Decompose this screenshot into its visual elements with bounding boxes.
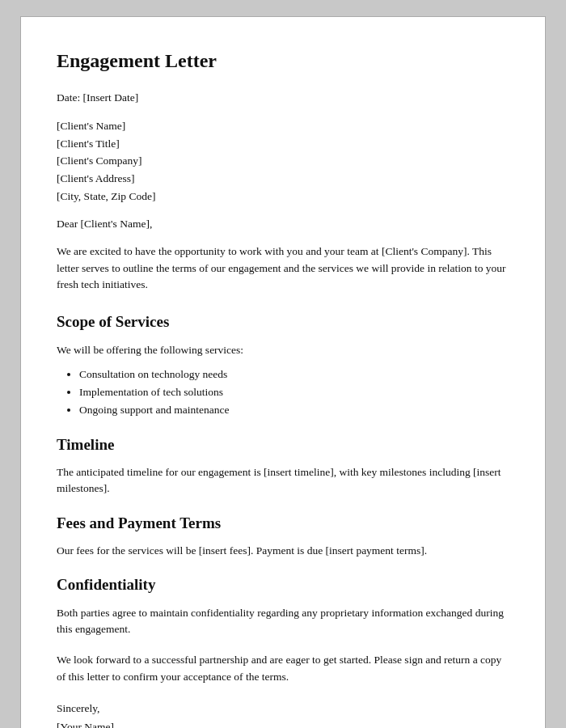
confidentiality-para2: We look forward to a successful partners… xyxy=(57,652,509,685)
closing-name: [Your Name] xyxy=(57,718,509,728)
scope-heading: Scope of Services xyxy=(57,311,509,334)
address-block: [Client's Name] [Client's Title] [Client… xyxy=(57,117,509,205)
closing-signoff: Sincerely, xyxy=(57,700,509,718)
date-line: Date: [Insert Date] xyxy=(57,90,509,106)
timeline-heading: Timeline xyxy=(57,434,509,457)
scope-bullets: Consultation on technology needs Impleme… xyxy=(79,366,509,419)
address-line-2: [Client's Title] xyxy=(57,135,509,153)
bullet-item-2: Implementation of tech solutions xyxy=(79,384,509,400)
address-line-5: [City, State, Zip Code] xyxy=(57,188,509,205)
document-title: Engagement Letter xyxy=(57,46,509,75)
scope-intro: We will be offering the following servic… xyxy=(57,342,509,358)
confidentiality-para1: Both parties agree to maintain confident… xyxy=(57,605,509,638)
closing-block: Sincerely, [Your Name] [Your Title] xyxy=(57,700,509,728)
bullet-item-3: Ongoing support and maintenance xyxy=(79,402,509,418)
document-container: Engagement Letter Date: [Insert Date] [C… xyxy=(20,16,546,728)
timeline-para: The anticipated timeline for our engagem… xyxy=(57,464,509,497)
salutation: Dear [Client's Name], xyxy=(57,216,509,232)
fees-heading: Fees and Payment Terms xyxy=(57,512,509,535)
confidentiality-heading: Confidentiality xyxy=(57,574,509,597)
intro-paragraph: We are excited to have the opportunity t… xyxy=(57,243,509,293)
address-line-1: [Client's Name] xyxy=(57,117,509,135)
fees-para: Our fees for the services will be [inser… xyxy=(57,543,509,559)
address-line-3: [Client's Company] xyxy=(57,152,509,170)
address-line-4: [Client's Address] xyxy=(57,170,509,188)
bullet-item-1: Consultation on technology needs xyxy=(79,366,509,383)
